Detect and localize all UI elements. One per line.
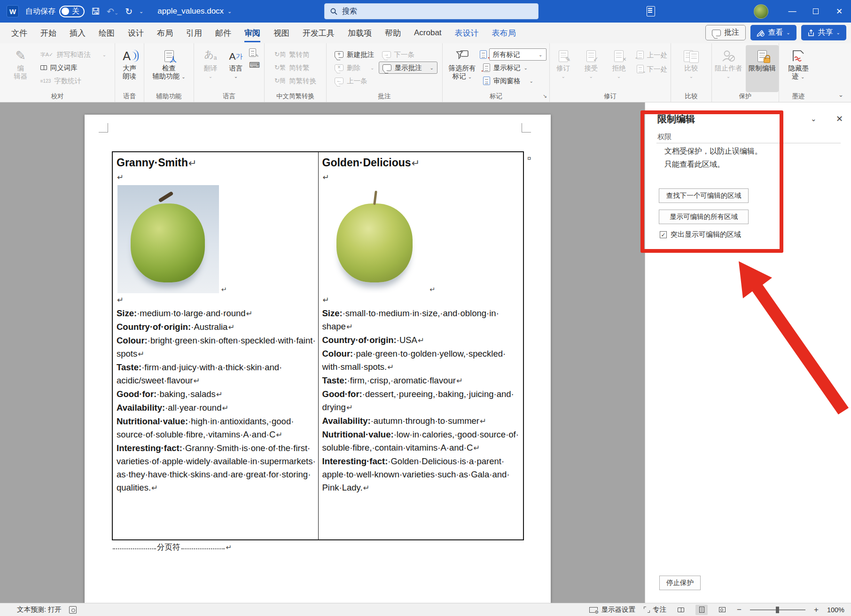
new-comment-button[interactable]: +新建批注 — [331, 48, 377, 61]
highlight-editable-regions-checkbox[interactable]: ✓ 突出显示可编辑的区域 — [660, 230, 741, 239]
reviewing-pane-button[interactable]: →审阅窗格⌄ — [480, 75, 547, 87]
read-aloud-button[interactable]: A 大声朗读 — [115, 45, 144, 92]
previous-comment-button[interactable]: ←上一条 — [331, 75, 377, 87]
translate-button[interactable]: あa 翻译⌄ — [198, 45, 223, 92]
text-prediction-icon[interactable] — [69, 606, 77, 614]
block-authors-button[interactable]: 阻止作者⌄ — [712, 45, 745, 92]
tab-table-design[interactable]: 表设计 — [448, 23, 485, 43]
word-app-icon[interactable]: W — [7, 5, 19, 17]
tab-design[interactable]: 设计 — [121, 23, 150, 43]
web-layout-button[interactable] — [716, 605, 728, 615]
text-prediction-status[interactable]: 文本预测: 打开 — [17, 605, 62, 614]
autosave-toggle[interactable]: 自动保存 关 — [25, 6, 85, 17]
tab-layout[interactable]: 布局 — [150, 23, 180, 43]
tab-table-layout[interactable]: 表布局 — [485, 23, 523, 43]
compare-button[interactable]: 比较⌄ — [676, 45, 707, 92]
table-cell-golden-delicious[interactable]: Golden·​Delicious↵ ↵ ↵ ↵ Size:·​small·​t… — [318, 152, 523, 539]
stop-protection-button[interactable]: 停止保护 — [659, 576, 701, 590]
autosave-switch[interactable]: 关 — [59, 6, 85, 17]
save-icon[interactable]: 🖫 — [91, 7, 100, 16]
clipboard-icon[interactable] — [647, 6, 655, 16]
show-markup-button[interactable]: ▪显示标记⌄ — [480, 62, 547, 74]
zoom-out-button[interactable]: − — [737, 605, 742, 615]
doc-paragraph: Good·​for:·​baking,·​salads↵ — [117, 388, 316, 401]
keyboard-icon[interactable]: ⌨ — [249, 61, 260, 70]
zoom-slider[interactable] — [750, 609, 805, 610]
all-markup-select[interactable]: 所有标记⌄ — [489, 48, 547, 61]
tab-home[interactable]: 开始 — [34, 23, 63, 43]
close-button[interactable]: ✕ — [828, 0, 851, 23]
tab-references[interactable]: 引用 — [180, 23, 209, 43]
document-page[interactable]: ¤ Granny·​Smith↵ ↵ ↵ ↵ Size:·​medium·​to… — [85, 115, 551, 603]
editor-button[interactable]: ✎ 编辑器 — [5, 45, 36, 92]
collapse-ribbon-icon[interactable]: ⌄ — [838, 91, 843, 98]
tab-acrobat[interactable]: Acrobat — [407, 23, 448, 43]
tab-view[interactable]: 视图 — [267, 23, 296, 43]
zoom-slider-handle[interactable] — [776, 607, 779, 613]
tab-mailings[interactable]: 邮件 — [209, 23, 238, 43]
filter-markup-button[interactable]: 筛选所有标记 ⌄ — [446, 45, 479, 92]
restrict-editing-button[interactable]: 限制编辑 — [746, 45, 779, 92]
paragraph-mark: ↵ — [137, 350, 144, 359]
check-accessibility-button[interactable]: 人 检查辅助功能 ⌄ — [147, 45, 192, 92]
quick-access-chevron-icon[interactable]: ⌄ — [139, 8, 143, 15]
tab-insert[interactable]: 插入 — [63, 23, 92, 43]
comments-button[interactable]: 批注 — [705, 25, 746, 40]
undo-icon[interactable]: ↶⌄ — [107, 7, 118, 16]
maximize-icon — [813, 8, 819, 14]
read-mode-icon — [678, 608, 684, 612]
find-next-editable-region-button[interactable]: 查找下一个可编辑的区域 — [659, 188, 749, 203]
chevron-down-icon: ⌄ — [836, 30, 840, 35]
next-comment-button[interactable]: →下一条 — [379, 48, 437, 61]
minimize-button[interactable]: — — [781, 0, 804, 23]
viewing-mode-button[interactable]: 查看 ⌄ — [750, 25, 796, 40]
tab-review[interactable]: 审阅 — [238, 23, 267, 43]
pane-chevron-down-icon[interactable]: ⌄ — [811, 115, 817, 123]
tab-devtools[interactable]: 开发工具 — [296, 23, 341, 43]
simplified-to-traditional-button[interactable]: ↻繁简转繁 — [271, 62, 320, 74]
page-break-marker: 分页符↵ — [112, 542, 232, 553]
display-settings-button[interactable]: 显示器设置 — [589, 605, 636, 614]
tab-help[interactable]: 帮助 — [378, 23, 407, 43]
annotate-doc-icon[interactable]: ✎ — [249, 48, 256, 57]
paragraph-mark: ↵ — [411, 157, 420, 168]
previous-change-button[interactable]: ←上一处 — [633, 50, 671, 60]
zoom-level[interactable]: 100% — [827, 606, 844, 614]
tab-addins[interactable]: 加载项 — [341, 23, 378, 43]
thesaurus-button[interactable]: 同义词库 — [37, 62, 109, 74]
empty-paragraph: ↵ — [117, 293, 316, 307]
doc-paragraph: Colour:·​pale·​green·​to·​golden·​yellow… — [322, 347, 522, 374]
table-cell-granny-smith[interactable]: Granny·​Smith↵ ↵ ↵ ↵ Size:·​medium·​to·​… — [113, 152, 318, 539]
zoom-in-button[interactable]: + — [814, 605, 819, 615]
hide-ink-button[interactable]: 隐藏墨迹 ⌄ — [781, 45, 816, 92]
apple-table[interactable]: Granny·​Smith↵ ↵ ↵ ↵ Size:·​medium·​to·​… — [112, 151, 524, 540]
dialog-launcher-icon[interactable]: ↘ — [543, 93, 547, 99]
traditional-to-simplified-button[interactable]: ↻简繁转简 — [271, 48, 320, 61]
search-input[interactable]: 搜索 — [324, 3, 539, 19]
word-count-button[interactable]: ≡123字数统计 — [37, 75, 109, 87]
show-comments-button[interactable]: 显示批注⌄ — [379, 62, 437, 74]
track-changes-icon: ✎ — [559, 47, 568, 64]
show-all-editable-regions-button[interactable]: 显示可编辑的所有区域 — [659, 210, 749, 224]
tab-file[interactable]: 文件 — [5, 23, 34, 43]
accept-button[interactable]: ✓ 接受⌄ — [578, 45, 604, 92]
next-change-button[interactable]: →下一处 — [633, 64, 671, 74]
print-layout-button[interactable] — [695, 605, 708, 615]
s2t-icon: ↻繁 — [274, 63, 286, 72]
avatar[interactable] — [754, 4, 768, 19]
focus-button[interactable]: 专注 — [644, 605, 666, 614]
delete-comment-button[interactable]: ×删除⌄ — [331, 62, 377, 74]
permissions-heading: 权限 — [657, 133, 671, 141]
read-mode-button[interactable] — [675, 605, 687, 615]
share-button[interactable]: 共享 ⌄ — [801, 25, 846, 40]
convert-button[interactable]: ↻簡简繁转换 — [271, 75, 320, 87]
track-changes-button[interactable]: ✎ 修订⌄ — [550, 45, 577, 92]
document-title[interactable]: apple_values.docx ⌄ — [157, 7, 232, 16]
language-button[interactable]: A가 语言⌄ — [224, 45, 248, 92]
redo-icon[interactable]: ↻ — [125, 7, 133, 16]
tab-draw[interactable]: 绘图 — [92, 23, 121, 43]
pane-close-icon[interactable]: ✕ — [836, 114, 843, 124]
maximize-button[interactable] — [804, 0, 828, 23]
reject-button[interactable]: × 拒绝⌄ — [605, 45, 632, 92]
spelling-grammar-button[interactable]: 字A✓拼写和语法⌄ — [37, 48, 109, 61]
